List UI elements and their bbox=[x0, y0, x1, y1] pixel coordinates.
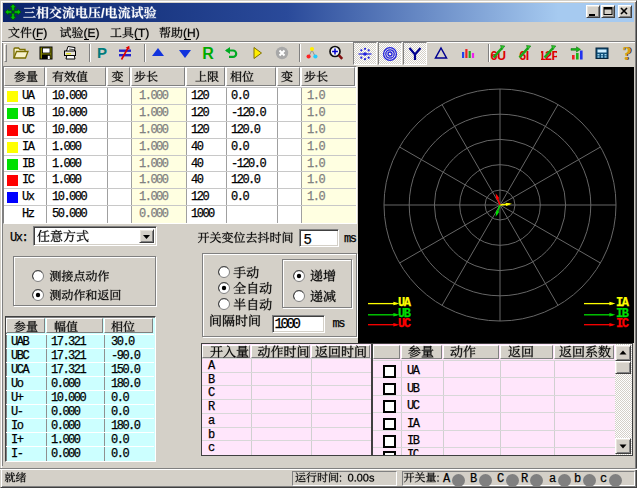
svg-text:12P: 12P bbox=[541, 49, 557, 62]
svg-text:P: P bbox=[97, 45, 107, 61]
svg-text:R: R bbox=[202, 45, 214, 61]
svg-text:?: ? bbox=[622, 45, 632, 61]
